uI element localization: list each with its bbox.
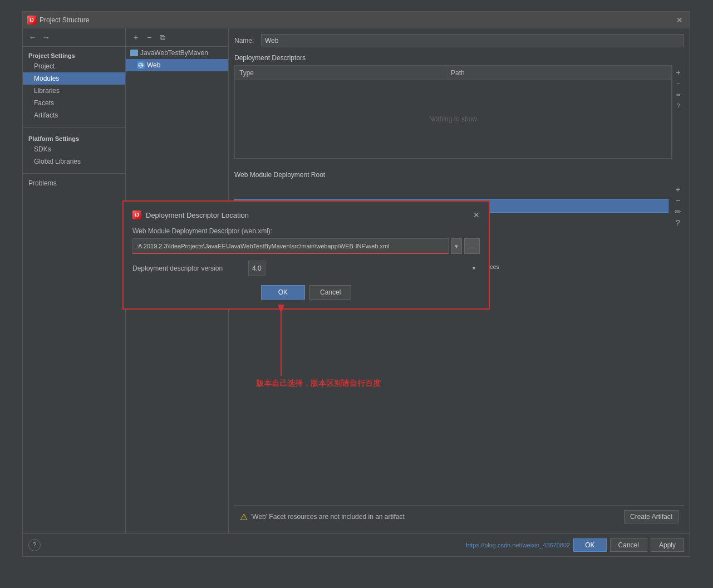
module-web-label: Web <box>147 61 160 69</box>
forward-button[interactable]: → <box>41 32 52 43</box>
dialog-browse-button[interactable]: … <box>464 238 480 254</box>
back-button[interactable]: ← <box>27 32 38 43</box>
sidebar-item-global-libraries[interactable]: Global Libraries <box>23 155 125 168</box>
sidebar-divider-2 <box>23 173 125 174</box>
cancel-button[interactable]: Cancel <box>610 538 647 552</box>
sidebar-item-sdks[interactable]: SDKs <box>23 143 125 155</box>
sidebar-item-modules[interactable]: Modules <box>23 72 125 85</box>
dialog-title-left: IJ Deployment Descriptor Location <box>132 210 249 219</box>
dialog-title-bar: IJ Deployment Descriptor Location ✕ <box>132 210 480 219</box>
dialog-app-icon: IJ <box>132 210 141 219</box>
deployment-descriptor-dialog[interactable]: IJ Deployment Descriptor Location ✕ Web … <box>122 200 490 310</box>
module-tree-toolbar: + − ⧉ <box>126 28 228 47</box>
sidebar-item-libraries[interactable]: Libraries <box>23 85 125 97</box>
dialog-version-row: Deployment descriptor version 2.3 2.4 2.… <box>132 261 480 276</box>
remove-descriptor-button[interactable]: − <box>673 79 684 89</box>
ok-button[interactable]: OK <box>573 538 606 552</box>
sidebar-item-project[interactable]: Project <box>23 60 125 72</box>
descriptor-help-button[interactable]: ? <box>673 101 684 111</box>
dialog-version-select-wrapper: 2.3 2.4 2.5 3.0 3.1 4.0 <box>248 261 480 276</box>
help-button[interactable]: ? <box>28 539 41 551</box>
sidebar: ← → Project Settings Project Modules Lib… <box>23 28 126 533</box>
dialog-action-row: OK Cancel <box>132 285 480 300</box>
name-row: Name: <box>234 34 684 47</box>
add-root-button[interactable]: + <box>673 184 683 194</box>
right-toolbar-root: + − ✏ ? <box>672 182 684 230</box>
warning-bar: ⚠ 'Web' Facet resources are not included… <box>234 505 684 528</box>
dialog-ok-button[interactable]: OK <box>261 285 305 300</box>
dialog-version-label: Deployment descriptor version <box>132 264 244 272</box>
window-title: Project Structure <box>40 16 89 24</box>
deployment-descriptors-table: Type Path Nothing to show <box>234 65 672 159</box>
module-item-root[interactable]: JavaWebTestByMaven <box>126 47 228 59</box>
name-input[interactable] <box>261 34 684 47</box>
folder-icon <box>130 50 138 56</box>
remove-module-button[interactable]: − <box>144 32 155 43</box>
deployment-descriptors-header: Deployment Descriptors <box>234 54 684 62</box>
platform-settings-section: Platform Settings SDKs Global Libraries <box>23 130 125 171</box>
table-empty-message: Nothing to show <box>235 80 671 158</box>
deployment-descriptors-area: Type Path Nothing to show + − ✏ ? <box>234 65 684 159</box>
name-label: Name: <box>234 37 257 45</box>
sidebar-nav: ← → <box>23 28 125 47</box>
app-icon: IJ <box>27 16 36 24</box>
url-bar: https://blog.csdn.net/weixin_43670802 <box>466 542 570 548</box>
dialog-path-input[interactable] <box>132 238 449 254</box>
sidebar-divider <box>23 127 125 128</box>
sidebar-item-problems[interactable]: Problems <box>23 176 125 190</box>
platform-settings-label: Platform Settings <box>23 133 125 143</box>
action-buttons: https://blog.csdn.net/weixin_43670802 OK… <box>466 538 684 552</box>
dialog-input-row: ▼ … <box>132 238 480 254</box>
dialog-version-select[interactable]: 2.3 2.4 2.5 3.0 3.1 4.0 <box>248 261 265 276</box>
project-settings-section: Project Settings Project Modules Librari… <box>23 47 125 125</box>
warning-text: 'Web' Facet resources are not included i… <box>251 513 405 521</box>
module-item-web[interactable]: Web <box>126 59 228 71</box>
edit-root-button[interactable]: ✏ <box>673 207 683 217</box>
copy-module-button[interactable]: ⧉ <box>157 32 168 43</box>
warning-icon: ⚠ <box>240 512 248 522</box>
sidebar-item-artifacts[interactable]: Artifacts <box>23 109 125 121</box>
col-path-header: Path <box>446 66 671 80</box>
sidebar-item-facets[interactable]: Facets <box>23 97 125 109</box>
module-root-label: JavaWebTestByMaven <box>140 49 208 57</box>
add-descriptor-button[interactable]: + <box>673 67 684 77</box>
add-module-button[interactable]: + <box>130 32 141 43</box>
apply-button[interactable]: Apply <box>651 538 684 552</box>
close-button[interactable]: ✕ <box>674 14 685 26</box>
col-type-header: Type <box>235 66 446 80</box>
edit-descriptor-button[interactable]: ✏ <box>673 90 684 100</box>
remove-root-button[interactable]: − <box>673 195 683 205</box>
title-bar-left: IJ Project Structure <box>27 16 89 24</box>
create-artifact-button[interactable]: Create Artifact <box>624 510 678 523</box>
bottom-action-bar: ? https://blog.csdn.net/weixin_43670802 … <box>23 533 690 556</box>
project-settings-label: Project Settings <box>23 50 125 60</box>
dialog-path-dropdown[interactable]: ▼ <box>451 238 462 254</box>
dialog-close-button[interactable]: ✕ <box>473 210 480 219</box>
root-help-button[interactable]: ? <box>673 218 683 228</box>
dialog-title: Deployment Descriptor Location <box>146 211 249 219</box>
dialog-cancel-button[interactable]: Cancel <box>309 285 351 300</box>
title-bar: IJ Project Structure ✕ <box>23 12 690 28</box>
table-header: Type Path <box>235 66 671 80</box>
web-module-icon <box>137 61 145 69</box>
web-module-root-header: Web Module Deployment Root <box>234 171 684 179</box>
warning-left: ⚠ 'Web' Facet resources are not included… <box>240 512 405 522</box>
dialog-field-label: Web Module Deployment Descriptor (web.xm… <box>132 227 480 235</box>
right-toolbar-descriptors: + − ✏ ? <box>672 65 684 159</box>
